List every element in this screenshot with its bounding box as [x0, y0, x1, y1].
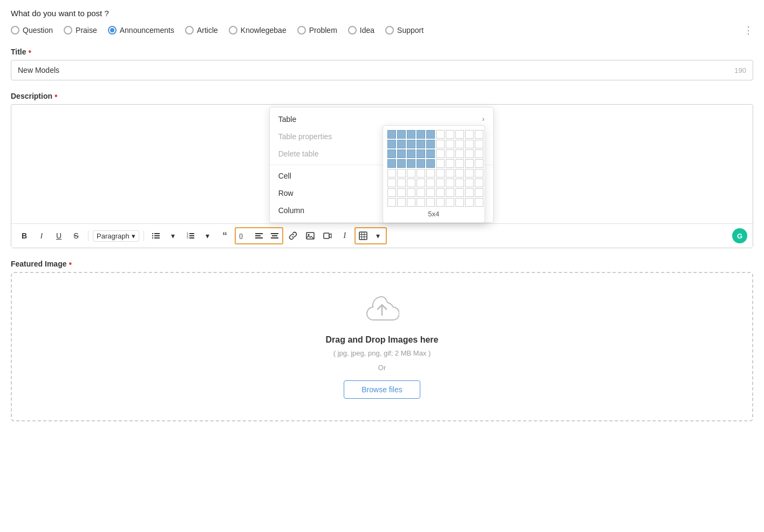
grid-cell[interactable] [397, 198, 406, 207]
grid-cell[interactable] [465, 130, 474, 139]
title-input[interactable] [18, 60, 734, 80]
grid-cell[interactable] [465, 149, 474, 158]
grid-cell[interactable] [475, 179, 483, 187]
toolbar-table-btn[interactable] [356, 228, 371, 243]
post-type-praise[interactable]: Praise [64, 26, 97, 35]
toolbar-bold[interactable]: B [17, 228, 32, 243]
grid-cell[interactable] [455, 130, 464, 139]
grid-cell[interactable] [475, 149, 483, 158]
radio-article[interactable] [185, 26, 194, 35]
grid-cell[interactable] [446, 169, 454, 178]
toolbar-align-center[interactable] [267, 228, 282, 243]
toolbar-italic-alt[interactable]: I [337, 228, 352, 243]
grid-cell[interactable] [465, 179, 474, 187]
grid-cell[interactable] [417, 130, 425, 139]
grid-cell[interactable] [387, 159, 396, 168]
grid-cell[interactable] [446, 188, 454, 197]
grid-cell[interactable] [465, 169, 474, 178]
grid-cell[interactable] [417, 159, 425, 168]
grid-cell[interactable] [387, 149, 396, 158]
upload-area[interactable]: Drag and Drop Images here ( jpg, jpeg, p… [11, 272, 753, 421]
grid-cell[interactable] [426, 179, 435, 187]
grid-cell[interactable] [455, 149, 464, 158]
grid-cell[interactable] [436, 159, 445, 168]
radio-problem[interactable] [297, 26, 306, 35]
grid-cell[interactable] [446, 179, 454, 187]
radio-idea[interactable] [348, 26, 357, 35]
grid-cell[interactable] [387, 140, 396, 148]
more-options-icon[interactable]: ⋮ [743, 24, 753, 36]
post-type-problem[interactable]: Problem [297, 26, 337, 35]
grid-cell[interactable] [455, 140, 464, 148]
grid-cell[interactable] [455, 169, 464, 178]
toolbar-underline[interactable]: U [51, 228, 66, 243]
toolbar-table-chevron[interactable]: ▾ [371, 228, 386, 243]
grid-cell[interactable] [455, 198, 464, 207]
toolbar-align-left[interactable] [251, 228, 267, 243]
grid-cell[interactable] [475, 140, 483, 148]
grid-cell[interactable] [387, 198, 396, 207]
grid-cell[interactable] [417, 169, 425, 178]
toolbar-numbered-list-chevron[interactable]: ▾ [200, 228, 215, 243]
grid-cell[interactable] [407, 130, 415, 139]
grid-cell[interactable] [446, 159, 454, 168]
toolbar-video[interactable] [320, 228, 335, 243]
grid-cell[interactable] [407, 198, 415, 207]
grid-cell[interactable] [475, 159, 483, 168]
grid-cell[interactable] [436, 140, 445, 148]
grid-cell[interactable] [426, 188, 435, 197]
grid-cell[interactable] [446, 140, 454, 148]
grid-cell[interactable] [436, 130, 445, 139]
toolbar-strikethrough[interactable]: S [69, 228, 84, 243]
radio-praise[interactable] [64, 26, 72, 35]
radio-question[interactable] [11, 26, 19, 35]
grid-cell[interactable] [407, 159, 415, 168]
grid-cell[interactable] [436, 169, 445, 178]
post-type-question[interactable]: Question [11, 26, 53, 35]
grid-cell[interactable] [397, 179, 406, 187]
grid-cell[interactable] [397, 140, 406, 148]
grid-cell[interactable] [387, 130, 396, 139]
grid-cell[interactable] [387, 179, 396, 187]
grid-cell[interactable] [475, 188, 483, 197]
grid-cell[interactable] [397, 188, 406, 197]
post-type-support[interactable]: Support [385, 26, 424, 35]
grid-cell[interactable] [407, 188, 415, 197]
grid-cell[interactable] [407, 179, 415, 187]
grid-cell[interactable] [465, 188, 474, 197]
grid-cell[interactable] [407, 149, 415, 158]
grid-cell[interactable] [387, 169, 396, 178]
toolbar-bullet-list[interactable] [148, 228, 163, 243]
grid-cell[interactable] [426, 169, 435, 178]
grid-cell[interactable] [436, 179, 445, 187]
toolbar-italic[interactable]: I [34, 228, 49, 243]
radio-knowledgebase[interactable] [229, 26, 237, 35]
grid-cell[interactable] [436, 198, 445, 207]
post-type-announcements[interactable]: Announcements [108, 26, 174, 35]
grid-cell[interactable] [387, 188, 396, 197]
grid-cell[interactable] [446, 198, 454, 207]
grid-cell[interactable] [417, 179, 425, 187]
grid-cell[interactable] [417, 149, 425, 158]
grid-cell[interactable] [446, 130, 454, 139]
grid-cell[interactable] [397, 159, 406, 168]
grid-cell[interactable] [455, 179, 464, 187]
grid-cell[interactable] [417, 140, 425, 148]
radio-announcements[interactable] [108, 26, 117, 35]
browse-files-button[interactable]: Browse files [344, 380, 420, 399]
grid-cell[interactable] [407, 140, 415, 148]
post-type-knowledgebase[interactable]: Knowlegebae [229, 26, 286, 35]
grid-cell[interactable] [397, 169, 406, 178]
grid-cell[interactable] [397, 130, 406, 139]
grid-cell[interactable] [426, 159, 435, 168]
grid-cell[interactable] [446, 149, 454, 158]
grid-cell[interactable] [426, 140, 435, 148]
grid-cell[interactable] [465, 140, 474, 148]
grid-cell[interactable] [426, 130, 435, 139]
grid-cell[interactable] [475, 198, 483, 207]
grid-cell[interactable] [426, 149, 435, 158]
grid-cell[interactable] [417, 188, 425, 197]
grid-cell[interactable] [455, 188, 464, 197]
toolbar-blockquote[interactable]: “ [217, 228, 233, 243]
grid-cell[interactable] [465, 198, 474, 207]
